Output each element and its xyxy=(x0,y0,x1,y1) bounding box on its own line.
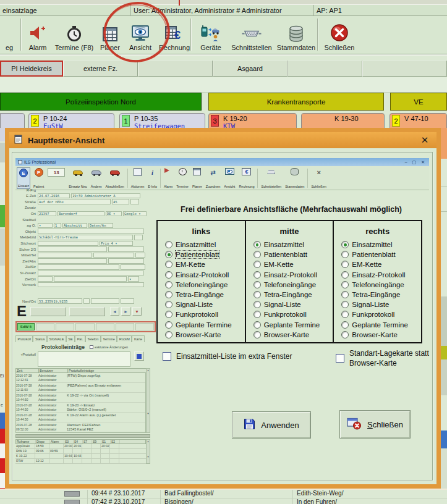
mini-field-value[interactable] xyxy=(38,264,119,270)
mini-tab-pat-[interactable]: Pat. xyxy=(75,335,85,342)
status-row[interactable]: RTW12:12 xyxy=(15,459,146,464)
mini-tab-termine[interactable]: Termine xyxy=(101,335,117,342)
mini-toolbar-button-stammdaten[interactable]: Stammdaten xyxy=(284,167,305,189)
tab-pi-heidekreis[interactable]: PI Heidekreis xyxy=(0,61,63,77)
toolbar-button-schliessen[interactable]: Schließen xyxy=(320,17,359,53)
mini-toolbar-button-patient[interactable]: PPatient xyxy=(33,167,45,189)
dialog-close-icon[interactable]: ✕ xyxy=(417,135,432,146)
checkbox-extra-window[interactable] xyxy=(163,352,171,361)
unit-card-k-19-30[interactable]: K 19-30 xyxy=(301,113,385,128)
group-bar-ve[interactable]: VE xyxy=(390,93,447,111)
mini-field-value[interactable]: 1 xyxy=(54,223,61,229)
radio-option-tetra-eing-nge[interactable]: Tetra-Eingänge xyxy=(253,291,333,298)
radio-option-signal-liste[interactable]: Signal-Liste xyxy=(165,301,245,308)
mini-window-controls[interactable]: – ▢ ✕ xyxy=(405,160,427,165)
radio-option-einsatzmittel[interactable]: Einsatzmittel xyxy=(341,241,421,248)
mini-field-value[interactable]: 19:59 Administrator_A xyxy=(71,193,140,199)
protocol-entry[interactable]: 2016-07-2810:44:50AdministratorAdministr… xyxy=(16,403,145,413)
radio-option-em-kette[interactable]: EM-Kette xyxy=(165,261,245,268)
mini-scrollbar[interactable]: ▲▼ xyxy=(146,368,150,433)
mini-field-value[interactable]: 24.07.2016 xyxy=(38,193,70,199)
dialog-titlebar[interactable]: Hauptfester-Ansicht ✕ xyxy=(9,132,436,148)
checkbox-standard-map[interactable] xyxy=(336,354,344,363)
radio-option-funkprotokoll[interactable]: Funkprotokoll xyxy=(341,311,421,318)
mini-toolbar-button-abschlie-en[interactable]: Abschließen xyxy=(105,167,125,189)
radio-option-patientenblatt[interactable]: Patientenblatt xyxy=(341,251,421,258)
radio-option-browser-karte[interactable]: Browser-Karte xyxy=(253,331,333,338)
unit-card-k-19-20[interactable]: 3K 19-20KTW xyxy=(208,113,297,128)
mini-sdw-button[interactable]: SdW 5 xyxy=(17,323,35,330)
radio-option-einsatz-protokoll[interactable]: Einsatz-Protokoll xyxy=(165,271,245,279)
radio-option-patientenblatt[interactable]: Patientenblatt xyxy=(165,251,245,258)
bottom-table-row[interactable]: 09:44 # 23.10.2017Bad Fallingbostel/Edit… xyxy=(0,490,447,497)
protocol-entry[interactable]: 2016-07-2812:11:50AdministratorAdministr… xyxy=(16,383,145,393)
status-row[interactable]: RtW 1909:0609:59 xyxy=(15,449,146,454)
radio-option-browser-karte[interactable]: Browser-Karte xyxy=(341,331,421,338)
mini-field-value[interactable] xyxy=(38,271,144,276)
mini-disabled-button[interactable] xyxy=(30,307,66,316)
unit-card-p-10-35[interactable]: 1P 10-35Streifenwagen xyxy=(119,113,205,128)
mini-field-value[interactable]: Schädel-Hirn-Trauma xyxy=(38,235,133,240)
radio-option-telefoneing-nge[interactable]: Telefoneingänge xyxy=(253,281,333,288)
radio-option-tetra-eing-nge[interactable]: Tetra-Eingänge xyxy=(341,291,421,298)
mini-protocol-checkbox[interactable] xyxy=(90,345,93,349)
mini-toolbar-button-einsatz-neu[interactable]: Einsatz Neu xyxy=(68,167,88,189)
radio-option-funkprotokoll[interactable]: Funkprotokoll xyxy=(165,311,245,318)
tab-asgaard[interactable]: Asgaard xyxy=(213,61,287,77)
mini-toolbar-button-schlie-en[interactable]: ×Schließen xyxy=(310,167,326,189)
apply-button[interactable]: Anwenden xyxy=(232,411,311,439)
mini-field-value[interactable]: Daten/An xyxy=(88,223,113,229)
radio-option-geplante-termine[interactable]: Geplante Termine xyxy=(165,321,245,329)
mini-toolbar-button-termine[interactable]: Termine xyxy=(176,167,189,189)
mini-field-value[interactable] xyxy=(93,253,134,258)
radio-option-geplante-termine[interactable]: Geplante Termine xyxy=(341,321,421,329)
mini-field-value[interactable]: Auf der Höhe xyxy=(38,199,111,204)
close-dialog-button[interactable]: Schließen xyxy=(339,410,411,439)
tab-externe-fz-[interactable]: externe Fz. xyxy=(63,61,138,77)
mini-field-value[interactable]: ▾ xyxy=(38,223,53,229)
radio-option-browser-karte[interactable]: Browser-Karte xyxy=(165,331,245,338)
mini-navi-value[interactable]: 53,235919,9235 xyxy=(38,298,82,304)
mini-field-value[interactable] xyxy=(54,276,127,282)
mini-scrollbar[interactable]: ▲▼ xyxy=(146,439,150,464)
mini-small-button[interactable]: ► xyxy=(121,307,130,316)
mini-field-value[interactable] xyxy=(38,258,107,264)
radio-option-em-kette[interactable]: EM-Kette xyxy=(341,261,421,268)
mini-toolbar-button-alarm[interactable]: Alarm xyxy=(163,167,173,189)
mini-tab-telefon[interactable]: Telefon xyxy=(85,335,101,342)
radio-option-einsatzmittel[interactable]: Einsatzmittel xyxy=(253,241,333,248)
mini-tab-r-ckm[interactable]: RückM xyxy=(117,335,132,342)
group-bar-krankentransporte[interactable]: Krankentransporte xyxy=(208,93,384,111)
toolbar-button-alarm[interactable]: Alarm xyxy=(23,17,52,53)
tab-empty-5[interactable] xyxy=(362,61,447,77)
mini-field-value[interactable] xyxy=(134,235,143,240)
mini-tab-se[interactable]: SE xyxy=(66,335,75,342)
radio-option-patientenblatt[interactable]: Patientenblatt xyxy=(253,251,333,258)
mini-toolbar-button-schnittstellen[interactable]: Schnittstellen xyxy=(260,167,282,189)
mini-small-button[interactable]: ◄ xyxy=(110,307,119,316)
mini-field-value[interactable]: Google ▾ xyxy=(123,211,147,217)
toolbar-button-termine[interactable]: Termine (F8) xyxy=(53,17,95,53)
toolbar-button-rechnung[interactable]: € Rechnung xyxy=(157,17,192,53)
mini-field-value[interactable] xyxy=(38,246,107,252)
mini-field-value[interactable]: DE ▾ xyxy=(106,211,122,217)
mini-tab-karte[interactable]: Karte xyxy=(132,335,144,342)
tab-empty-2[interactable] xyxy=(138,61,213,77)
mini-protocol-textarea[interactable] xyxy=(38,351,130,367)
radio-option-signal-liste[interactable]: Signal-Liste xyxy=(253,301,333,308)
mini-field-value[interactable]: ▾ xyxy=(128,276,139,282)
mini-field-value[interactable]: Barendorf xyxy=(57,211,104,217)
mini-toolbar-button-einsatz[interactable]: EEinsatz xyxy=(17,167,30,189)
radio-option-signal-liste[interactable]: Signal-Liste xyxy=(341,301,421,308)
mini-field-value[interactable] xyxy=(121,264,145,270)
radio-option-geplante-termine[interactable]: Geplante Termine xyxy=(253,321,333,329)
status-row[interactable]: K 19-2210:4410:44 xyxy=(15,454,146,459)
toolbar-button-cut[interactable]: eg xyxy=(0,17,19,53)
radio-option-einsatz-protokoll[interactable]: Einsatz-Protokoll xyxy=(253,271,333,279)
protocol-entry[interactable]: 2016-07-2810:44:50AdministratorAdministr… xyxy=(16,413,145,422)
radio-option-tetra-eing-nge[interactable]: Tetra-Eingänge xyxy=(165,291,245,298)
mini-field-value[interactable] xyxy=(108,258,144,264)
toolbar-button-ansicht[interactable]: Ansicht xyxy=(125,17,156,53)
mini-field-value[interactable] xyxy=(38,276,53,282)
mini-toolbar-button-e-info[interactable]: iE-Info xyxy=(147,167,158,189)
